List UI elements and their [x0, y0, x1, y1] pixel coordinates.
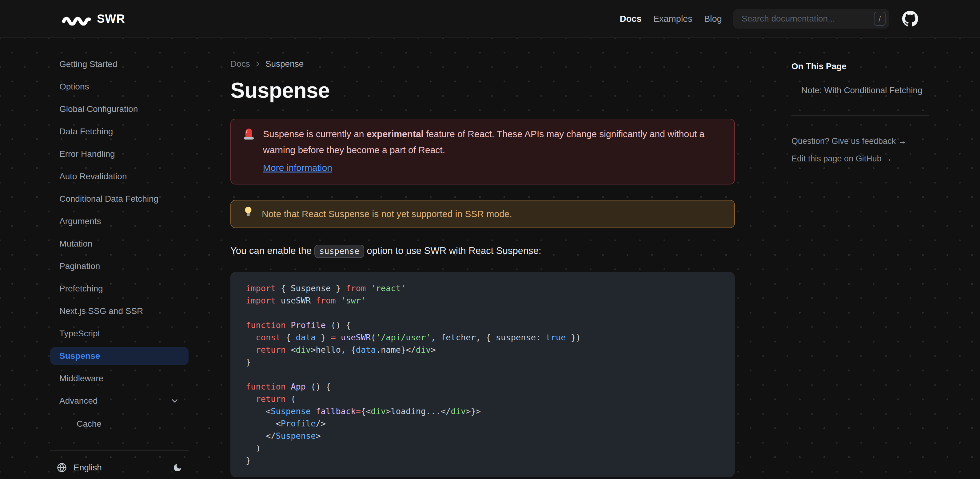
code-line: function App () {: [246, 381, 725, 393]
sidebar-item-getting-started[interactable]: Getting Started: [50, 56, 189, 73]
sidebar-item-label: Suspense: [59, 351, 100, 361]
error-text-part: experimental: [367, 129, 423, 139]
breadcrumb-suspense: Suspense: [266, 59, 304, 69]
sidebar-item-label: Options: [59, 82, 89, 92]
chevron-right-icon: [254, 60, 262, 68]
sidebar-item-label: Conditional Data Fetching: [59, 194, 158, 204]
sidebar-item-advanced[interactable]: Advanced: [50, 392, 189, 410]
sidebar-item-label: Global Configuration: [59, 104, 138, 114]
error-callout-text: Suspense is currently an experimental fe…: [263, 126, 723, 158]
globe-icon: [57, 463, 67, 473]
sidebar-item-label: Getting Started: [59, 59, 117, 69]
code-line: [246, 368, 725, 381]
code-line: return (: [246, 393, 725, 405]
sidebar-item-label: Error Handling: [59, 149, 115, 159]
more-information-link[interactable]: More information: [263, 160, 332, 176]
sidebar-item-label: Next.js SSG and SSR: [59, 306, 143, 316]
sidebar-item-conditional-data-fetching[interactable]: Conditional Data Fetching: [50, 190, 189, 208]
inline-code-suspense: suspense: [314, 245, 364, 258]
sidebar-subgroup: Cache: [64, 413, 189, 446]
search-shortcut-key: /: [874, 12, 886, 26]
code-line: function Profile () {: [246, 319, 725, 331]
code-line: [246, 307, 725, 319]
paragraph-text: You can enable the: [231, 245, 314, 256]
paragraph-text: option to use SWR with React Suspense:: [364, 245, 541, 256]
toc-title: On This Page: [791, 62, 930, 71]
warning-callout: Note that React Suspense is not yet supp…: [231, 200, 735, 228]
swr-wave-icon: [62, 12, 91, 25]
theme-toggle-moon-icon[interactable]: [173, 463, 182, 473]
toc-link-edit-this-page-on-github[interactable]: Edit this page on GitHub →: [791, 154, 930, 163]
table-of-contents: On This Page Note: With Conditional Fetc…: [791, 38, 933, 479]
navbar-links: DocsExamplesBlog: [620, 14, 722, 24]
sidebar-item-label: Data Fetching: [59, 127, 113, 136]
sidebar-item-mutation[interactable]: Mutation: [50, 235, 189, 253]
toc-link-question-give-us-feedback[interactable]: Question? Give us feedback →: [791, 136, 930, 146]
sidebar-item-options[interactable]: Options: [50, 78, 189, 96]
toc-divider: [791, 115, 929, 116]
nav-link-examples[interactable]: Examples: [653, 14, 692, 24]
page-title: Suspense: [231, 78, 735, 103]
sidebar-item-error-handling[interactable]: Error Handling: [50, 145, 189, 163]
intro-paragraph: You can enable the suspense option to us…: [231, 245, 735, 256]
sidebar-item-next-js-ssg-and-ssr[interactable]: Next.js SSG and SSR: [50, 302, 189, 320]
sidebar-item-label: Arguments: [59, 216, 101, 226]
sidebar: Getting StartedOptionsGlobal Configurati…: [47, 38, 192, 479]
sidebar-item-label: Mutation: [59, 239, 92, 249]
code-block[interactable]: import { Suspense } from 'react'import u…: [231, 272, 735, 477]
bulb-icon: [242, 205, 255, 223]
code-line: ): [246, 442, 725, 454]
error-callout: Suspense is currently an experimental fe…: [231, 119, 735, 184]
siren-icon: [242, 126, 256, 176]
sidebar-item-middleware[interactable]: Middleware: [50, 370, 189, 387]
sidebar-item-label: Auto Revalidation: [59, 171, 127, 181]
breadcrumb: DocsSuspense: [231, 59, 735, 69]
sidebar-item-label: TypeScript: [59, 329, 100, 338]
sidebar-item-typescript[interactable]: TypeScript: [50, 325, 189, 343]
code-line: import useSWR from 'swr': [246, 295, 725, 307]
code-line: </Suspense>: [246, 430, 725, 442]
sidebar-item-data-fetching[interactable]: Data Fetching: [50, 123, 189, 141]
breadcrumb-docs[interactable]: Docs: [231, 59, 250, 69]
toc-item-note-with-conditional-fetching[interactable]: Note: With Conditional Fetching: [791, 86, 930, 95]
sidebar-footer: English: [50, 450, 189, 475]
sidebar-item-label: Advanced: [59, 396, 98, 406]
sidebar-item-arguments[interactable]: Arguments: [50, 213, 189, 230]
navbar: SWR DocsExamplesBlog /: [0, 0, 980, 38]
code-line: return <div>hello, {data.name}</div>: [246, 344, 725, 356]
code-line: }: [246, 356, 725, 368]
logo-text: SWR: [97, 12, 125, 25]
sidebar-item-auto-revalidation[interactable]: Auto Revalidation: [50, 168, 189, 186]
code-line: <Profile/>: [246, 417, 725, 430]
warning-callout-text: Note that React Suspense is not yet supp…: [262, 206, 512, 222]
sidebar-item-label: Middleware: [59, 374, 103, 383]
code-line: import { Suspense } from 'react': [246, 282, 725, 295]
sidebar-item-global-configuration[interactable]: Global Configuration: [50, 100, 189, 118]
code-line: }: [246, 454, 725, 467]
sidebar-item-label: Pagination: [59, 261, 100, 271]
code-line: <Suspense fallback={<div>loading...</div…: [246, 405, 725, 417]
search-input[interactable]: [733, 9, 889, 29]
swr-logo[interactable]: SWR: [62, 12, 125, 25]
sidebar-item-label: Prefetching: [59, 284, 103, 293]
sidebar-item-cache[interactable]: Cache: [76, 416, 189, 431]
main-content: DocsSuspense Suspense Suspense is curren…: [231, 38, 735, 479]
error-text-part: Suspense is currently an: [263, 129, 367, 139]
sidebar-item-suspense[interactable]: Suspense: [50, 347, 189, 365]
search-box: /: [733, 9, 889, 29]
nav-link-blog[interactable]: Blog: [704, 14, 722, 24]
nav-link-docs[interactable]: Docs: [620, 14, 642, 24]
code-line: const { data } = useSWR('/api/user', fet…: [246, 331, 725, 344]
sidebar-item-pagination[interactable]: Pagination: [50, 257, 189, 275]
language-selector[interactable]: English: [73, 463, 102, 473]
chevron-down-icon: [170, 396, 179, 406]
sidebar-item-prefetching[interactable]: Prefetching: [50, 280, 189, 298]
github-icon[interactable]: [902, 11, 918, 27]
